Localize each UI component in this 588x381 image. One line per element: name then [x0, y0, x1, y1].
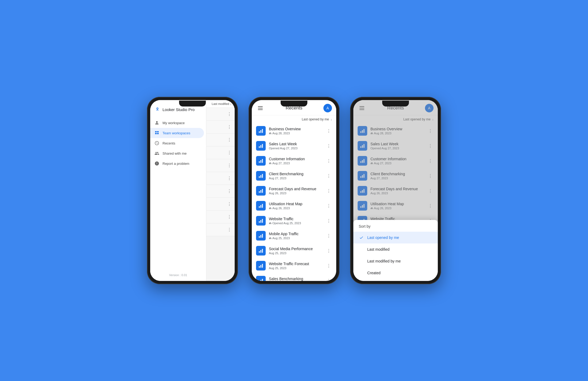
svg-rect-31	[260, 250, 261, 253]
hamburger-icon	[257, 105, 264, 111]
item-subtitle: Aug 26, 2023	[269, 192, 322, 195]
item-more-button[interactable]: ⋮	[326, 158, 332, 164]
team-icon	[154, 131, 159, 135]
list-item[interactable]: Sales Last WeekOpened Aug 27, 2023⋮	[252, 138, 336, 153]
list-item[interactable]: Website Traffic ForecastAug 25, 2023⋮	[252, 258, 336, 273]
list-item[interactable]: Business Overview Aug 28, 2023⋮	[252, 123, 336, 138]
sort-bar[interactable]: Last opened by me ↓	[252, 115, 336, 123]
item-subtitle: Aug 25, 2023	[269, 266, 322, 270]
sidebar-list-item: ⋮	[206, 146, 235, 159]
item-more-button[interactable]: ⋮	[326, 277, 332, 281]
item-subtitle: Opened Aug 27, 2023	[269, 147, 322, 150]
more-dots[interactable]: ⋮	[227, 189, 231, 194]
recents-title: Recents	[265, 105, 323, 111]
more-dots[interactable]: ⋮	[227, 124, 231, 129]
list-item[interactable]: Mobile App Traffic Aug 25, 2023⋮	[252, 228, 336, 243]
item-more-button[interactable]: ⋮	[326, 247, 332, 254]
sort-option-created[interactable]: Created	[353, 267, 438, 279]
item-more-button[interactable]: ⋮	[326, 173, 332, 179]
sidebar-report-label: Report a problem	[163, 162, 189, 166]
item-more-button[interactable]: ⋮	[326, 203, 332, 209]
more-dots[interactable]: ⋮	[227, 176, 231, 181]
svg-rect-27	[259, 236, 260, 238]
more-dots[interactable]: ⋮	[227, 112, 231, 117]
more-dots[interactable]: ⋮	[227, 227, 231, 232]
item-more-button[interactable]: ⋮	[326, 143, 332, 149]
sidebar-list-item: ⋮	[206, 198, 235, 211]
item-title: Customer Information	[269, 157, 322, 161]
check-placeholder-3	[359, 270, 364, 276]
item-more-button[interactable]: ⋮	[326, 233, 332, 239]
sort-option-last-modified[interactable]: Last modified	[353, 243, 438, 255]
list-item[interactable]: Website Traffic Opened Aug 25, 2023⋮	[252, 213, 336, 228]
chart-icon-container	[256, 246, 266, 256]
item-title: Forecast Days and Revenue	[269, 187, 322, 191]
item-more-button[interactable]: ⋮	[326, 262, 332, 269]
user-avatar[interactable]: A	[323, 104, 332, 112]
svg-rect-19	[260, 190, 261, 193]
sidebar-item-shared-with-me[interactable]: Shared with me	[150, 148, 204, 158]
item-subtitle: Aug 26, 2023	[269, 207, 322, 210]
more-dots[interactable]: ⋮	[227, 201, 231, 207]
list-item[interactable]: Client BenchmarkingAug 27, 2023⋮	[252, 168, 336, 183]
sidebar-my-workspace-label: My workspace	[163, 121, 185, 125]
svg-rect-3	[157, 131, 159, 132]
svg-rect-2	[155, 131, 157, 132]
svg-rect-30	[259, 251, 260, 253]
hamburger-button[interactable]	[256, 104, 265, 112]
item-more-button[interactable]: ⋮	[326, 188, 332, 194]
sort-option-last-modified-by-me[interactable]: Last modified by me	[353, 255, 438, 267]
svg-rect-20	[262, 189, 263, 193]
sort-label: Last opened by me	[302, 117, 329, 121]
svg-rect-38	[262, 279, 263, 281]
chart-icon-container	[256, 141, 266, 151]
sidebar-sort-label: Last modified ↓	[212, 102, 231, 105]
chart-icon-container	[256, 186, 266, 196]
item-title: Website Traffic	[269, 217, 322, 221]
sidebar-list-item: ⋮	[206, 159, 235, 172]
item-subtitle: Aug 25, 2023	[269, 252, 322, 255]
item-subtitle: Aug 27, 2023	[269, 162, 322, 165]
svg-rect-32	[262, 249, 263, 253]
list-item[interactable]: Sales BenchmarkingAug 25, 2023⋮	[252, 273, 336, 281]
sidebar-list-item: ⋮	[206, 134, 235, 146]
phones-container: Looker Studio Pro My workspace Team work…	[147, 97, 441, 284]
svg-rect-7	[260, 130, 261, 133]
svg-rect-8	[262, 129, 263, 133]
list-item[interactable]: Utilisation Heat Map Aug 26, 2023⋮	[252, 198, 336, 213]
svg-rect-9	[259, 146, 260, 148]
svg-rect-24	[259, 221, 260, 223]
sort-arrow-icon: ↓	[331, 118, 332, 121]
sidebar-item-recents[interactable]: Recents	[150, 138, 204, 148]
item-more-button[interactable]: ⋮	[326, 128, 332, 134]
list-item[interactable]: Forecast Days and RevenueAug 26, 2023⋮	[252, 183, 336, 198]
sort-down-arrow: ↓	[230, 102, 232, 105]
sort-option-last-opened[interactable]: Last opened by me	[353, 232, 438, 243]
sidebar-content-area: Last modified ↓ ⋮ ⋮ ⋮ ⋮ ⋮ ⋮ ⋮ ⋮	[206, 100, 235, 281]
sidebar-item-report-problem[interactable]: Report a problem	[150, 158, 204, 169]
svg-rect-22	[260, 205, 261, 208]
more-dots[interactable]: ⋮	[227, 163, 231, 168]
phone-recents: Recents A Last opened by me ↓ Business O…	[249, 97, 339, 284]
more-dots[interactable]: ⋮	[227, 137, 231, 142]
list-item[interactable]: Social Media PerformanceAug 25, 2023⋮	[252, 243, 336, 258]
item-title: Social Media Performance	[269, 247, 322, 251]
more-dots[interactable]: ⋮	[227, 150, 231, 155]
svg-rect-34	[260, 265, 261, 268]
svg-rect-14	[262, 159, 263, 163]
more-dots[interactable]: ⋮	[227, 214, 231, 219]
svg-rect-18	[259, 191, 260, 193]
sidebar-app-title: Looker Studio Pro	[163, 107, 195, 112]
svg-rect-16	[260, 175, 261, 178]
chart-icon-container	[256, 276, 266, 281]
chart-icon-container	[256, 231, 266, 241]
list-item[interactable]: Customer Information Aug 27, 2023⋮	[252, 153, 336, 168]
item-title: Utilisation Heat Map	[269, 202, 322, 206]
sidebar-item-my-workspace[interactable]: My workspace	[150, 118, 204, 128]
sidebar-list-item: ⋮	[206, 121, 235, 134]
sidebar-item-team-workspaces[interactable]: Team workspaces	[150, 128, 204, 138]
svg-rect-28	[260, 235, 261, 238]
svg-rect-25	[260, 220, 261, 223]
chart-icon-container	[256, 171, 266, 181]
item-more-button[interactable]: ⋮	[326, 218, 332, 224]
